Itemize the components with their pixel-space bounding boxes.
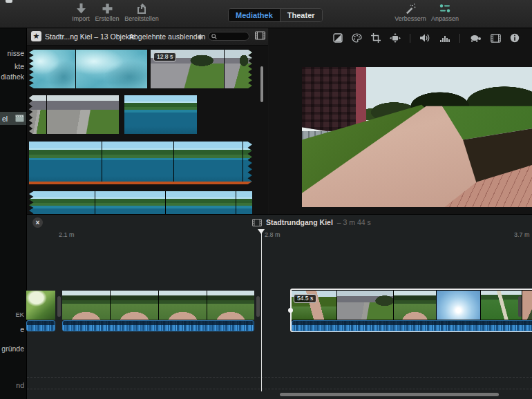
clip-frame: [102, 142, 174, 184]
main-toolbar: Import Erstellen Bereitstellen Mediathek…: [0, 0, 532, 28]
timeline-panel: × Stadtrundgang Kiel – 3 m 44 s 2.1 m 2.…: [27, 214, 532, 399]
clip-edge-handle[interactable]: [256, 296, 260, 317]
clip-frame: [29, 95, 47, 134]
clapperboard-icon: [15, 115, 24, 122]
import-arrow-icon: [75, 3, 87, 14]
timeline-close-button[interactable]: ×: [32, 217, 43, 228]
sidebar-item-uebergaenge[interactable]: e: [0, 325, 24, 333]
clip-edge-handle[interactable]: [518, 296, 522, 317]
timeline-header: Stadtrundgang Kiel – 3 m 44 s: [252, 218, 371, 226]
playhead[interactable]: [261, 229, 263, 391]
adjust-sliders-icon: [438, 3, 452, 14]
timeline-horizontal-scrollbar[interactable]: [280, 393, 499, 396]
browser-clip-street[interactable]: 12.8 s: [151, 50, 252, 88]
selection-handle-left[interactable]: [288, 308, 293, 313]
selected-clip-duration-badge: 54.5 s: [294, 294, 316, 303]
browser-clip-clouds[interactable]: [29, 50, 147, 88]
search-field[interactable]: [208, 32, 249, 41]
audio-waveform[interactable]: [292, 320, 532, 331]
sidebar-section-mediathek-header: EK: [0, 311, 24, 318]
tab-mediathek[interactable]: Mediathek: [229, 9, 281, 21]
browser-clip-lake-2[interactable]: [29, 191, 252, 214]
clip-frame: [166, 191, 236, 214]
clip-frame: [174, 142, 243, 184]
filmstrip-view-icon[interactable]: [255, 31, 265, 40]
clip-frame: [47, 95, 119, 134]
browser-clip-building-street[interactable]: [29, 95, 119, 134]
project-film-icon: [252, 219, 262, 226]
audio-waveform[interactable]: [26, 320, 55, 331]
audio-waveform[interactable]: [62, 320, 254, 331]
clip-frame: [337, 291, 394, 320]
imovie-window: Import Erstellen Bereitstellen Mediathek…: [0, 0, 532, 399]
timeline-clip-park[interactable]: [62, 291, 254, 320]
used-range-marker: [29, 182, 252, 184]
browser-clip-lake-used[interactable]: [29, 142, 252, 184]
clip-frame: [207, 291, 254, 320]
clip-frame: [236, 191, 252, 214]
clip-frame: [437, 291, 481, 320]
filter-dropdown[interactable]: Abgelehnte ausblenden: [129, 32, 205, 41]
enhance-button[interactable]: Verbessern: [390, 3, 430, 22]
event-title: Stadtr...ng Kiel – 13 Objekte: [45, 32, 135, 41]
contrast-icon[interactable]: [333, 33, 343, 43]
ruler-label-1: 2.1 m: [59, 231, 75, 238]
clip-frame: [225, 50, 252, 88]
playhead-triangle[interactable]: [258, 229, 265, 234]
sidebar-item-projekte[interactable]: kte: [0, 62, 24, 70]
clip-edge-handle[interactable]: [57, 296, 61, 317]
favorite-star-icon[interactable]: ★: [31, 31, 41, 41]
project-title: Stadtrundgang Kiel: [266, 218, 333, 226]
stabilization-icon[interactable]: [390, 33, 401, 43]
clip-frame: [124, 95, 197, 134]
adjust-label: Anpassen: [431, 15, 459, 22]
clip-frame: [243, 142, 252, 184]
sidebar-item-selected-event[interactable]: el: [0, 112, 26, 125]
clip-frame: [26, 291, 55, 320]
clip-frame: [62, 291, 111, 320]
clip-frame: [29, 191, 95, 214]
timeline-lane-divider: [27, 389, 532, 389]
timeline-clip-selected[interactable]: 54.5 s: [290, 289, 532, 332]
search-input[interactable]: [219, 32, 246, 41]
volume-icon[interactable]: [419, 33, 430, 43]
sidebar-item-garageband[interactable]: nd: [0, 381, 24, 389]
crop-icon[interactable]: [371, 33, 381, 43]
viewer-toolbar: [269, 30, 532, 46]
video-preview[interactable]: [302, 67, 532, 207]
sidebar-item-mediathek[interactable]: diathek: [0, 72, 24, 81]
ruler-label-2: 2.8 m: [265, 231, 281, 238]
view-switcher: Mediathek Theater: [228, 8, 323, 22]
selected-clip-filmstrip: 54.5 s: [292, 291, 532, 320]
color-palette-icon[interactable]: [352, 33, 362, 43]
clip-frame: [394, 291, 437, 320]
clip-frame: [95, 191, 166, 214]
libraries-sidebar: nisse kte diathek el EK e gründe nd: [0, 28, 27, 399]
clip-frame: [159, 291, 207, 320]
enhance-wand-icon: [404, 3, 417, 14]
create-plus-icon: [102, 3, 113, 14]
browser-clip-lake-single[interactable]: [124, 95, 197, 134]
info-icon[interactable]: [510, 33, 520, 43]
tab-theater[interactable]: Theater: [281, 9, 322, 21]
clip-frame: [481, 291, 522, 320]
adjust-button[interactable]: Anpassen: [427, 3, 463, 22]
clip-frame: [29, 142, 102, 184]
project-duration: – 3 m 44 s: [337, 218, 371, 226]
browser-header: ★ Stadtr...ng Kiel – 13 Objekte Abgelehn…: [27, 28, 268, 46]
timeline-clip-fragment[interactable]: [26, 291, 55, 320]
filter-stepper-icon[interactable]: [197, 32, 203, 41]
share-icon: [135, 3, 148, 14]
clip-frame: [522, 291, 532, 320]
sidebar-item-hintergruende[interactable]: gründe: [0, 344, 24, 353]
sidebar-item-ereignisse[interactable]: nisse: [0, 49, 24, 57]
share-label: Bereitstellen: [124, 15, 159, 22]
browser-scrollbar[interactable]: [260, 66, 263, 102]
share-button[interactable]: Bereitstellen: [117, 3, 166, 22]
speed-turtle-icon[interactable]: [469, 34, 482, 42]
equalizer-icon[interactable]: [439, 34, 450, 43]
effects-icon[interactable]: [491, 34, 501, 43]
viewer-panel: [269, 28, 532, 214]
create-label: Erstellen: [95, 15, 119, 22]
toolbar-divider: [459, 34, 460, 43]
